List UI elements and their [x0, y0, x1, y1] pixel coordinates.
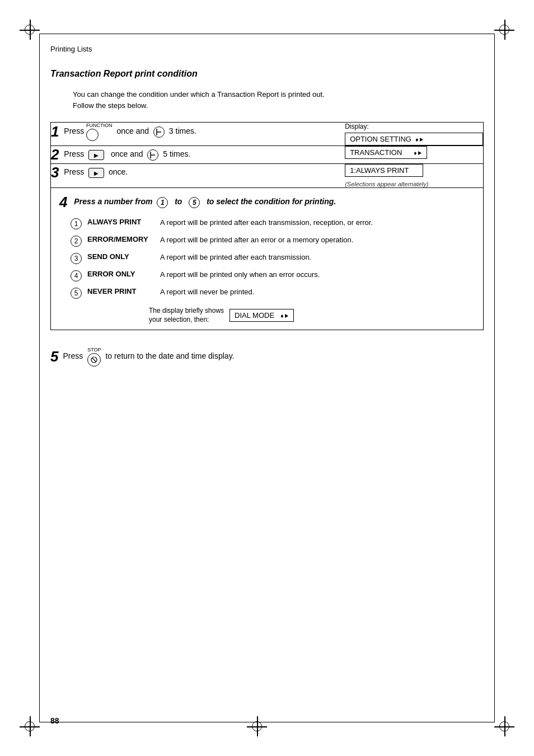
stop-circle [87, 353, 101, 367]
option-list: 1 ALWAYS PRINT A report will be printed … [71, 218, 475, 299]
svg-line-5 [92, 358, 96, 361]
instruction-table: 1 Press FUNCTION once and 3 times. [50, 122, 484, 330]
step-3-number: 3 [51, 164, 59, 181]
step-1-text: Press FUNCTION once and 3 times. [64, 126, 196, 135]
option-5-name: NEVER PRINT [87, 287, 160, 295]
step-2-text: Press once and 5 times. [64, 149, 190, 158]
step-5-text: Press STOP to return to the date and tim… [63, 347, 234, 367]
section-title: Transaction Report print condition [50, 69, 484, 79]
function-label: FUNCTION [86, 123, 113, 128]
step-5-rest: to return to the date and time display. [105, 351, 234, 360]
numpad-1-step1 [153, 126, 165, 138]
step-3-row: 3 Press once. 1:ALWAYS PRINT (Selections… [51, 164, 484, 188]
display-label: Display: [345, 123, 483, 130]
step-3-text: Press once. [64, 167, 128, 176]
step-4-intro-line: 4 Press a number from 1 to 5 to select t… [59, 194, 475, 211]
step-1-arrows: ⬧▶ [415, 135, 424, 143]
step-2-arrows: ⬧▶ [413, 148, 422, 157]
step-3-left: 3 Press once. [51, 164, 345, 188]
page-number: 88 [50, 716, 59, 725]
page-label: Printing Lists [50, 45, 484, 53]
numpad-1-step4start: 1 [157, 197, 168, 208]
option-4-name: ERROR ONLY [87, 270, 160, 278]
step-3-sub: (Selections appear alternately) [345, 181, 483, 187]
option-1: 1 ALWAYS PRINT A report will be printed … [71, 218, 475, 229]
step-4-footer: The display briefly shows your selection… [149, 307, 475, 324]
numpad-5-step4end: 5 [189, 197, 200, 208]
step-2-right: TRANSACTION ⬧▶ [345, 146, 483, 164]
arrow-button-step2 [88, 150, 104, 160]
option-1-desc: A report will be printed after each tran… [160, 218, 475, 228]
step-4-row: 4 Press a number from 1 to 5 to select t… [51, 188, 484, 330]
step-1-display: OPTION SETTING ⬧▶ [345, 133, 483, 145]
option-1-num: 1 [71, 218, 82, 229]
option-3: 3 SEND ONLY A report will be printed aft… [71, 252, 475, 264]
numpad-1-step2 [147, 149, 158, 161]
step-2-display: TRANSACTION ⬧▶ [345, 146, 427, 159]
stop-button: STOP [87, 347, 101, 367]
function-circle [86, 129, 99, 141]
intro-text: You can change the condition under which… [73, 89, 484, 111]
step-4-intro-text: Press a number from 1 to 5 to select the… [74, 197, 336, 206]
option-5: 5 NEVER PRINT A report will never be pri… [71, 287, 475, 299]
step-3-right: 1:ALWAYS PRINT (Selections appear altern… [345, 164, 483, 188]
step-2-number: 2 [51, 146, 59, 163]
option-5-desc: A report will never be printed. [160, 287, 475, 297]
step-2-row: 2 Press once and 5 times. TRANSACTION [51, 146, 484, 164]
step-1-left: 1 Press FUNCTION once and 3 times. [51, 123, 345, 146]
option-2-desc: A report will be printed after an error … [160, 235, 475, 245]
option-2: 2 ERROR/MEMORY A report will be printed … [71, 235, 475, 247]
step-4-footer-text: The display briefly shows your selection… [149, 307, 224, 324]
option-4-desc: A report will be printed only when an er… [160, 270, 475, 280]
option-4: 4 ERROR ONLY A report will be printed on… [71, 270, 475, 281]
footer-arrows: ⬧▶ [280, 311, 289, 320]
option-1-name: ALWAYS PRINT [87, 218, 160, 226]
step-1-right: Display: OPTION SETTING ⬧▶ [345, 123, 483, 146]
option-2-num: 2 [71, 236, 82, 247]
step-4-number: 4 [59, 194, 67, 211]
option-5-num: 5 [71, 288, 82, 299]
option-4-num: 4 [71, 270, 82, 281]
step-1-row: 1 Press FUNCTION once and 3 times. [51, 123, 484, 146]
step-4-cell: 4 Press a number from 1 to 5 to select t… [51, 188, 484, 330]
option-2-name: ERROR/MEMORY [87, 235, 160, 243]
function-button: FUNCTION [86, 123, 113, 141]
step-4-footer-display: DIAL MODE ⬧▶ [229, 309, 294, 322]
option-3-desc: A report will be printed after each tran… [160, 252, 475, 262]
arrow-button-step3 [88, 168, 104, 178]
option-3-num: 3 [71, 253, 82, 264]
step-2-left: 2 Press once and 5 times. [51, 146, 345, 164]
step-1-number: 1 [51, 123, 59, 140]
option-3-name: SEND ONLY [87, 252, 160, 261]
step-5-row: 5 Press STOP to return to the date and t… [50, 341, 484, 369]
step-3-display: 1:ALWAYS PRINT [345, 164, 423, 177]
stop-label: STOP [87, 347, 101, 353]
step-5-number: 5 [50, 348, 58, 365]
